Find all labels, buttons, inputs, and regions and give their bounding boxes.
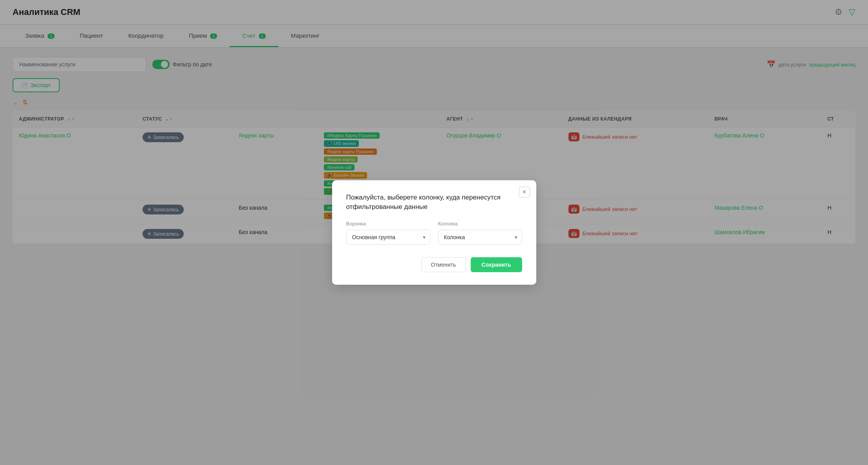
funnel-select[interactable]: Основная группа xyxy=(346,230,430,245)
funnel-field: Воронка Основная группа xyxy=(346,221,430,245)
modal-close-button[interactable]: × xyxy=(519,187,530,198)
modal-title: Пожалуйста, выберете колонку, куда перен… xyxy=(346,193,522,212)
modal-overlay[interactable]: × Пожалуйста, выберете колонку, куда пер… xyxy=(0,0,868,253)
column-select-wrapper: Колонка xyxy=(438,230,522,245)
modal: × Пожалуйста, выберете колонку, куда пер… xyxy=(332,180,536,253)
column-select[interactable]: Колонка xyxy=(438,230,522,245)
funnel-select-wrapper: Основная группа xyxy=(346,230,430,245)
modal-fields: Воронка Основная группа Колонка Колонка xyxy=(346,221,522,245)
funnel-label: Воронка xyxy=(346,221,430,227)
column-field: Колонка Колонка xyxy=(438,221,522,245)
column-label: Колонка xyxy=(438,221,522,227)
